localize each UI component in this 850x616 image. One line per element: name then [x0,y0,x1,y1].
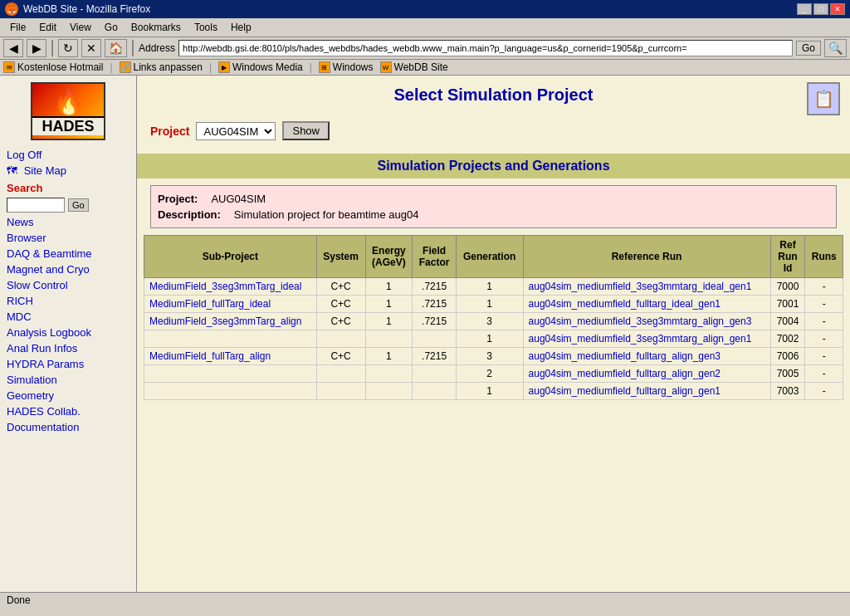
back-button[interactable]: ◀ [3,39,23,57]
menu-help[interactable]: Help [224,20,258,35]
reference-run-link[interactable]: aug04sim_mediumfield_fulltarg_align_gen3 [529,350,721,362]
media-icon: ▶ [218,61,230,73]
hades-fire-icon: 🔥 [53,87,84,116]
reference-run-link[interactable]: aug04sim_mediumfield_3seg3mmtarg_align_g… [529,315,752,327]
sidebar-slowcontrol-link[interactable]: Slow Control [3,277,133,293]
reference-run-link[interactable]: aug04sim_mediumfield_3seg3mmtarg_align_g… [529,333,752,345]
reload-button[interactable]: ↻ [58,39,78,57]
menu-go[interactable]: Go [98,20,125,35]
description-value: Simulation project for beamtime aug04 [234,208,419,221]
reference-run-link[interactable]: aug04sim_mediumfield_fulltarg_align_gen1 [529,385,721,397]
cell-ref-run-id: 7005 [770,365,805,383]
sidebar-hadescollab-link[interactable]: HADES Collab. [3,403,133,419]
description-label: Description: [158,208,221,221]
sidebar-analysis-link[interactable]: Analysis Logbook [3,325,133,340]
subproject-link[interactable]: MediumField_fullTarg_align [149,350,271,362]
sidebar-simulation-link[interactable]: Simulation [3,372,133,388]
cell-reference-run: aug04sim_mediumfield_3seg3mmtarg_align_g… [523,330,770,348]
hades-logo-text: HADES [32,116,104,135]
cell-generation: 1 [456,278,523,296]
cell-runs: - [805,278,843,296]
table-row: 1aug04sim_mediumfield_3seg3mmtarg_align_… [144,330,843,348]
toolbar-separator [51,40,53,56]
sidebar-news-link[interactable]: News [3,214,133,230]
cell-ref-run-id: 7003 [770,383,805,400]
menu-edit[interactable]: Edit [32,20,63,35]
close-button[interactable]: ✕ [830,3,845,15]
subproject-link[interactable]: MediumField_3seg3mmTarg_ideal [149,281,301,292]
show-button[interactable]: Show [282,121,330,140]
menu-bookmarks[interactable]: Bookmarks [125,20,188,35]
sidebar-geometry-link[interactable]: Geometry [3,388,133,403]
go-button[interactable]: Go [796,41,821,56]
menu-view[interactable]: View [63,20,98,35]
project-info-desc-row: Description: Simulation project for beam… [158,208,829,221]
reference-run-link[interactable]: aug04sim_mediumfield_3seg3mmtarg_ideal_g… [529,281,752,292]
hades-logo: 🔥 HADES [31,82,105,140]
cell-generation: 2 [456,365,523,383]
cell-energy: 1 [365,278,413,296]
window-title: WebDB Site - Mozilla Firefox [23,3,150,15]
cell-ref-run-id: 7004 [770,313,805,330]
sidebar-rich-link[interactable]: RICH [3,293,133,309]
cell-runs: - [805,348,843,365]
cell-energy [365,330,413,348]
table-row: MediumField_3seg3mmTarg_alignC+C1.72153a… [144,313,843,330]
project-select[interactable]: AUG04SIM [196,122,276,140]
search-input[interactable] [7,198,65,213]
menu-tools[interactable]: Tools [188,20,224,35]
toolbar-separator-2 [132,40,134,56]
table-row: MediumField_fullTarg_alignC+C1.72153aug0… [144,348,843,365]
bookmark-webdb[interactable]: W WebDB Site [380,61,448,73]
search-go-button[interactable]: Go [68,198,89,212]
sidebar-sitemap-link[interactable]: 🗺 Site Map [3,163,133,178]
cell-field-factor: .7215 [413,278,457,296]
sidebar-analrun-link[interactable]: Anal Run Infos [3,340,133,356]
stop-button[interactable]: ✕ [81,39,101,57]
reference-run-link[interactable]: aug04sim_mediumfield_fulltarg_ideal_gen1 [529,298,721,310]
address-label: Address [139,42,175,54]
sidebar-magnet-link[interactable]: Magnet and Cryo [3,262,133,277]
bookmark-hotmail[interactable]: ✉ Kostenlose Hotmail [3,61,103,73]
bookmark-webdb-label: WebDB Site [394,61,448,73]
cell-energy: 1 [365,348,413,365]
navigation-toolbar: ◀ ▶ ↻ ✕ 🏠 Address Go 🔍 [0,37,850,60]
bookmark-windows-media[interactable]: ▶ Windows Media [218,61,303,73]
maximize-button[interactable]: □ [813,3,828,15]
cell-energy [365,383,413,400]
sidebar-mdc-link[interactable]: MDC [3,309,133,325]
cell-subproject: MediumField_fullTarg_ideal [144,296,317,313]
cell-runs: - [805,313,843,330]
bookmark-windows[interactable]: ⊞ Windows [319,61,374,73]
sitemap-icon: 🗺 [7,164,17,177]
cell-runs: - [805,296,843,313]
home-button[interactable]: 🏠 [105,39,127,57]
sidebar-browser-link[interactable]: Browser [3,230,133,246]
sidebar-logoff-link[interactable]: Log Off [3,147,133,163]
address-input[interactable] [178,40,793,56]
project-info-box: Project: AUG04SIM Description: Simulatio… [150,185,837,228]
search-icon-button[interactable]: 🔍 [824,39,847,57]
col-header-energy: Energy(AGeV) [365,236,413,278]
sidebar-nav: Log Off 🗺 Site Map Search Go News Browse… [3,147,133,435]
sidebar-daq-link[interactable]: DAQ & Beamtime [3,246,133,262]
sidebar-documentation-link[interactable]: Documentation [3,419,133,435]
links-icon: 🔗 [120,61,131,73]
forward-button[interactable]: ▶ [27,39,46,57]
col-header-subproject: Sub-Project [144,236,317,278]
subproject-link[interactable]: MediumField_3seg3mmTarg_align [149,315,301,327]
sidebar-hydra-link[interactable]: HYDRA Params [3,356,133,372]
col-header-refrun: Reference Run [523,236,770,278]
minimize-button[interactable]: _ [797,3,812,15]
cell-runs: - [805,330,843,348]
subproject-link[interactable]: MediumField_fullTarg_ideal [149,298,271,310]
cell-reference-run: aug04sim_mediumfield_3seg3mmtarg_ideal_g… [523,278,770,296]
hotmail-icon: ✉ [3,61,15,73]
cell-field-factor: .7215 [413,348,457,365]
menu-file[interactable]: File [3,20,32,35]
window-controls[interactable]: _ □ ✕ [797,3,845,15]
bookmark-links[interactable]: 🔗 Links anpassen [120,61,203,73]
status-text: Done [7,594,31,606]
main-content: Select Simulation Project 📋 Project AUG0… [137,76,850,592]
reference-run-link[interactable]: aug04sim_mediumfield_fulltarg_align_gen2 [529,368,721,379]
